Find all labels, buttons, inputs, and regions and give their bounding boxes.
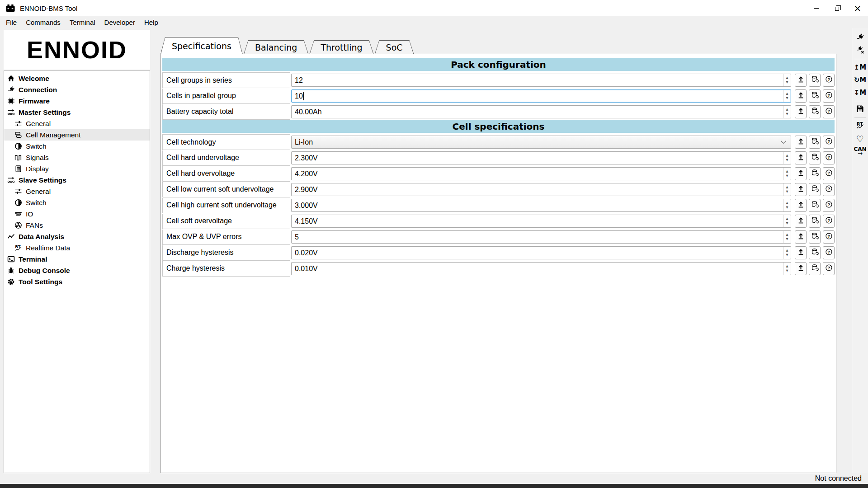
upload-button[interactable] [795,183,807,196]
spin-buttons[interactable]: ▲▼ [783,168,791,180]
sidebar-item-general[interactable]: General [4,186,150,197]
upload-button[interactable] [795,246,807,259]
spin-input-discharge-hysteresis[interactable]: 0.020V▲▼ [291,246,791,259]
download-m-button[interactable]: ↧M [852,86,868,99]
sidebar-item-io[interactable]: IO [4,208,150,220]
spin-down-icon[interactable]: ▼ [786,158,788,163]
plug-connect-button[interactable] [852,32,868,44]
spin-down-icon[interactable]: ▼ [786,80,788,85]
spin-up-icon[interactable]: ▲ [786,185,788,190]
can-button[interactable]: CAN→ [852,145,868,158]
spin-buttons[interactable]: ▲▼ [783,74,791,86]
db-refresh-button[interactable] [809,262,821,275]
spin-up-icon[interactable]: ▲ [786,249,788,253]
sidebar-item-terminal[interactable]: Terminal [4,253,150,265]
spin-input-cell-hard-overvoltage[interactable]: 4.200V▲▼ [291,167,791,180]
spin-down-icon[interactable]: ▼ [786,112,788,117]
help-button[interactable]: ? [823,183,835,196]
menu-item-help[interactable]: Help [140,17,163,28]
db-refresh-button[interactable] [809,89,821,103]
sidebar-item-fans[interactable]: FANs [4,220,150,231]
spin-up-icon[interactable]: ▲ [786,154,788,158]
spin-buttons[interactable]: ▲▼ [783,183,791,196]
upload-button[interactable] [795,262,807,275]
tab-throttling[interactable]: Throttling [309,40,373,54]
sidebar-item-data-analysis[interactable]: Data Analysis [4,231,150,242]
sidebar-item-slave-settings[interactable]: Slave Settings [4,174,150,186]
spin-input-cell-hard-undervoltage[interactable]: 2.300V▲▼ [291,151,791,164]
spin-down-icon[interactable]: ▼ [786,221,788,226]
spin-up-icon[interactable]: ▲ [786,233,788,237]
db-refresh-button[interactable] [809,215,821,228]
spin-up-icon[interactable]: ▲ [786,76,788,80]
db-refresh-button[interactable] [809,151,821,164]
spin-up-icon[interactable]: ▲ [786,108,788,112]
menu-item-file[interactable]: File [1,17,21,28]
spin-down-icon[interactable]: ▼ [786,190,788,194]
spin-input-battery-capacity-total[interactable]: 40.00Ah▲▼ [291,105,791,118]
upload-button[interactable] [795,136,807,149]
spin-buttons[interactable]: ▲▼ [783,106,791,118]
spin-buttons[interactable]: ▲▼ [783,247,791,259]
spin-input-cell-soft-overvoltage[interactable]: 4.150V▲▼ [291,215,791,228]
upload-button[interactable] [795,167,807,180]
spin-buttons[interactable]: ▲▼ [783,215,791,227]
sidebar-item-tool-settings[interactable]: Tool Settings [4,276,150,287]
sidebar-item-master-settings[interactable]: Master Settings [4,107,150,118]
db-refresh-button[interactable] [809,136,821,149]
realtime-button[interactable]: RT [852,120,868,132]
sidebar-item-firmware[interactable]: Firmware [4,95,150,107]
upload-button[interactable] [795,105,807,118]
db-refresh-button[interactable] [809,246,821,259]
spin-up-icon[interactable]: ▲ [786,169,788,174]
upload-m-button[interactable]: ↥M [852,61,868,74]
tab-specifications[interactable]: Specifications [160,37,243,54]
spin-up-icon[interactable]: ▲ [786,264,788,269]
spin-buttons[interactable]: ▲▼ [783,231,791,243]
sidebar-item-realtime-data[interactable]: RTRealtime Data [4,242,150,253]
menu-item-developer[interactable]: Developer [100,17,140,28]
help-button[interactable]: ? [823,230,835,244]
upload-button[interactable] [795,74,807,87]
sidebar-item-display[interactable]: Display [4,163,150,174]
spin-down-icon[interactable]: ▼ [786,237,788,242]
spin-up-icon[interactable]: ▲ [786,201,788,206]
save-button[interactable] [852,103,868,116]
spin-down-icon[interactable]: ▼ [786,96,788,101]
help-button[interactable]: ? [823,262,835,275]
spin-down-icon[interactable]: ▼ [786,174,788,178]
heart-button[interactable]: ♡ [852,132,868,145]
help-button[interactable]: ? [823,136,835,149]
menu-item-terminal[interactable]: Terminal [65,17,100,28]
db-refresh-button[interactable] [809,230,821,244]
spin-buttons[interactable]: ▲▼ [783,263,791,275]
spin-up-icon[interactable]: ▲ [786,92,788,96]
help-button[interactable]: ? [823,151,835,164]
help-button[interactable]: ? [823,89,835,103]
help-button[interactable]: ? [823,105,835,118]
spin-down-icon[interactable]: ▼ [786,206,788,210]
db-refresh-button[interactable] [809,183,821,196]
sidebar-item-debug-console[interactable]: Debug Console [4,265,150,276]
spin-buttons[interactable]: ▲▼ [783,199,791,211]
upload-button[interactable] [795,151,807,164]
help-button[interactable]: ? [823,215,835,228]
help-button[interactable]: ? [823,74,835,87]
db-refresh-button[interactable] [809,105,821,118]
sidebar-item-general[interactable]: General [4,118,150,129]
db-refresh-button[interactable] [809,74,821,87]
spin-up-icon[interactable]: ▲ [786,217,788,221]
upload-button[interactable] [795,89,807,103]
refresh-m-button[interactable]: ↻M [852,74,868,86]
spin-input-cell-high-current-soft-undervoltage[interactable]: 3.000V▲▼ [291,199,791,212]
sidebar-item-switch[interactable]: Switch [4,141,150,152]
spin-buttons[interactable]: ▲▼ [783,152,791,164]
sidebar-item-connection[interactable]: Connection [4,84,150,95]
upload-button[interactable] [795,199,807,212]
tab-soc[interactable]: SoC [375,40,414,54]
help-button[interactable]: ? [823,167,835,180]
spin-input-cell-groups-in-series[interactable]: 12▲▼ [291,74,791,87]
spin-input-cells-in-parallel-group[interactable]: 10▲▼ [291,89,791,103]
help-button[interactable]: ? [823,246,835,259]
minimize-button[interactable] [806,0,826,16]
